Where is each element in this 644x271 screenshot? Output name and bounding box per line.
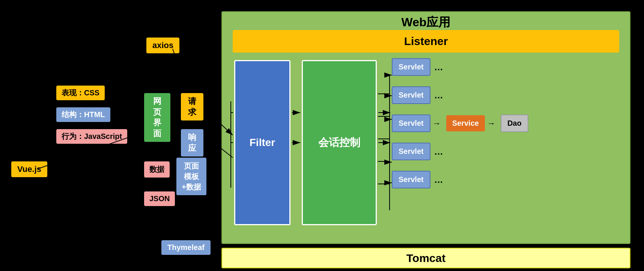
servlet-box-4: Servlet	[392, 143, 430, 160]
service-box: Service	[446, 115, 485, 131]
dots-1: …	[434, 62, 443, 72]
servlet-row-3: Servlet → Service → Dao	[392, 114, 602, 132]
webpage-box: 网页界面	[144, 93, 170, 142]
dots-4: …	[434, 146, 443, 157]
servlet-box-3: Servlet	[392, 114, 430, 132]
request-box: 请求	[181, 93, 203, 120]
svg-line-2	[173, 49, 188, 93]
thymeleaf-box: Thymeleaf	[161, 240, 211, 255]
filter-box: Filter	[234, 60, 290, 225]
servlet-row-5: Servlet …	[392, 171, 602, 188]
vuejs-box: Vue.js	[11, 161, 47, 177]
tomcat-bar: Tomcat	[221, 248, 630, 268]
axios-box: axios	[146, 38, 179, 53]
template-box: 页面模板+数据	[176, 158, 206, 195]
servlet-row-4: Servlet …	[392, 143, 602, 160]
web-app-title: Web应用	[221, 11, 630, 31]
response-box: 响应	[181, 129, 203, 157]
dots-2: …	[434, 90, 443, 101]
html-box: 结构：HTML	[56, 107, 110, 122]
js-box: 行为：JavaScript	[56, 129, 127, 144]
diagram-container: Vue.js axios 表现：CSS 结构：HTML 行为：JavaScrip…	[0, 0, 644, 271]
servlet-box-2: Servlet	[392, 86, 430, 104]
session-box: 会话控制	[302, 60, 377, 225]
servlet-box-5: Servlet	[392, 171, 430, 188]
servlet-row-1: Servlet …	[392, 58, 602, 76]
servlet-box-1: Servlet	[392, 58, 430, 76]
listener-bar: Listener	[233, 30, 619, 53]
servlet-area: Servlet … Servlet … Servlet → Service → …	[392, 58, 602, 199]
css-box: 表现：CSS	[56, 86, 105, 100]
servlet-row-2: Servlet …	[392, 86, 602, 104]
data-box: 数据	[144, 161, 170, 178]
dao-box: Dao	[501, 114, 528, 132]
json-box: JSON	[144, 191, 175, 206]
dots-5: …	[434, 175, 443, 185]
